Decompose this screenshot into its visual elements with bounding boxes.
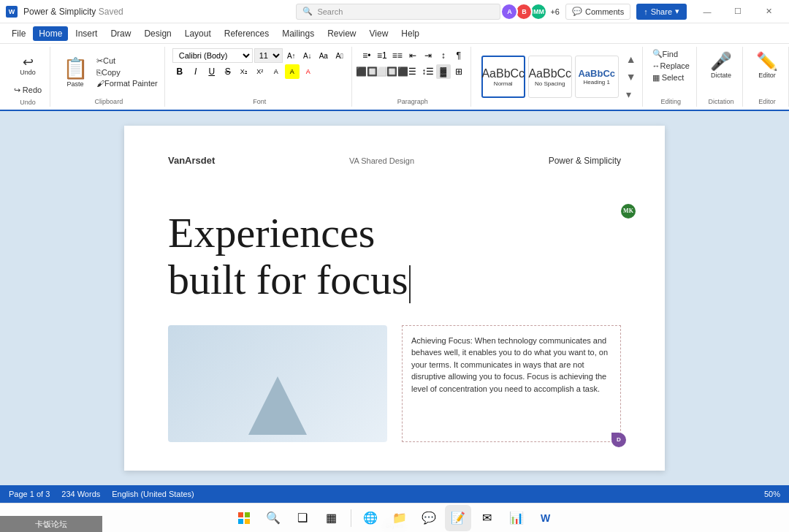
content-area: Achieving Focus: When technology communi… — [168, 325, 621, 442]
increase-font-button[interactable]: A↑ — [284, 48, 299, 63]
excel-button[interactable]: 📊 — [503, 505, 530, 531]
styles-expand[interactable]: ▾ — [625, 87, 638, 102]
document-title: Power & Simplicity Saved — [23, 7, 296, 17]
increase-indent-button[interactable]: ⇥ — [421, 48, 435, 63]
ribbon-font-group: Calibri (Body) 11 A↑ A↓ Aa A⃥ B I U S X₂… — [168, 47, 352, 107]
doc-title-right: Power & Simplicity — [549, 156, 621, 166]
style-normal[interactable]: AaBbCc Normal — [481, 56, 525, 98]
doc-subtitle: VA Shared Design — [349, 156, 414, 165]
style-no-spacing[interactable]: AaBbCc No Spacing — [528, 56, 572, 98]
numbering-button[interactable]: ≡1 — [375, 48, 389, 63]
taskbar-divider — [351, 509, 351, 527]
editor-button[interactable]: ✏️ Editor — [750, 48, 784, 82]
menu-draw[interactable]: Draw — [104, 26, 137, 41]
align-right-button[interactable]: 🔲⬛ — [390, 64, 405, 79]
app-icon: W — [6, 6, 18, 18]
body-text-box[interactable]: Achieving Focus: When technology communi… — [402, 325, 621, 442]
menu-bar: File Home Insert Draw Design Layout Refe… — [0, 23, 789, 44]
menu-help[interactable]: Help — [395, 26, 425, 41]
copy-button[interactable]: ⎘ Copy — [94, 67, 160, 77]
styles-scroll-up[interactable]: ▲ — [625, 52, 638, 66]
main-title[interactable]: Experiencesbuilt for focus MK — [168, 210, 621, 303]
line-spacing-button[interactable]: ↕☰ — [421, 64, 435, 79]
style-heading1[interactable]: AaBbCc Heading 1 — [575, 56, 619, 98]
menu-layout[interactable]: Layout — [179, 26, 217, 41]
strikethrough-button[interactable]: S — [221, 64, 235, 79]
subscript-button[interactable]: X₂ — [237, 64, 251, 79]
highlight-button[interactable]: A — [285, 64, 300, 79]
undo-button[interactable]: ↩ Undo — [10, 48, 45, 83]
font-color-button[interactable]: A — [301, 64, 316, 79]
explorer-button[interactable]: 📁 — [386, 505, 413, 531]
svg-rect-2 — [238, 519, 243, 524]
title-bar: W Power & Simplicity Saved 🔍 Search A B … — [0, 0, 789, 23]
right-section: A B MM +6 💬 Comments ↑ Share ▾ — [500, 3, 687, 20]
chat-button[interactable]: 💬 — [416, 505, 442, 531]
sort-button[interactable]: ↕ — [436, 48, 451, 63]
menu-insert[interactable]: Insert — [69, 26, 103, 41]
format-painter-button[interactable]: 🖌 Format Painter — [94, 78, 160, 88]
show-marks-button[interactable]: ¶ — [451, 48, 466, 63]
menu-design[interactable]: Design — [138, 26, 177, 41]
widgets-button[interactable]: ▦ — [319, 505, 345, 531]
find-button[interactable]: 🔍 Find — [650, 48, 692, 59]
document-header: VanArsdet VA Shared Design Power & Simpl… — [168, 155, 621, 166]
font-family-select[interactable]: Calibri (Body) — [172, 48, 253, 63]
search-icon: 🔍 — [302, 7, 313, 16]
edge-button[interactable]: 🌐 — [357, 505, 384, 531]
task-view-button[interactable]: ❑ — [289, 505, 316, 531]
close-button[interactable]: ✕ — [754, 1, 783, 22]
search-box[interactable]: 🔍 Search — [296, 4, 500, 20]
replace-button[interactable]: ↔ Replace — [650, 61, 692, 71]
svg-rect-1 — [245, 512, 250, 517]
ribbon-paragraph-group: ≡• ≡1 ≡≡ ⇤ ⇥ ↕ ¶ ⬛🔲 ⬜ 🔲⬛ ☰ ↕☰ ▓ ⊞ Paragr… — [355, 47, 471, 107]
word-count: 234 Words — [61, 490, 100, 498]
menu-review[interactable]: Review — [321, 26, 362, 41]
text-effects-button[interactable]: A — [269, 64, 283, 79]
cut-button[interactable]: ✂ Cut — [94, 56, 160, 66]
styles-scroll-down[interactable]: ▼ — [625, 69, 638, 84]
change-case-button[interactable]: Aa — [316, 48, 331, 63]
svg-rect-3 — [245, 519, 250, 524]
share-button[interactable]: ↑ Share ▾ — [636, 4, 687, 20]
comments-button[interactable]: 💬 Comments — [565, 4, 630, 20]
minimize-button[interactable]: — — [693, 1, 722, 22]
decrease-font-button[interactable]: A↓ — [300, 48, 315, 63]
cursor — [409, 265, 411, 303]
bold-button[interactable]: B — [172, 64, 187, 79]
underline-button[interactable]: U — [205, 64, 219, 79]
shading-button[interactable]: ▓ — [436, 64, 451, 79]
document-page: VanArsdet VA Shared Design Power & Simpl… — [124, 126, 665, 471]
document-area: VanArsdet VA Shared Design Power & Simpl… — [0, 111, 789, 485]
font-size-select[interactable]: 11 — [254, 48, 283, 63]
bullets-button[interactable]: ≡• — [359, 48, 374, 63]
justify-button[interactable]: ☰ — [405, 64, 420, 79]
maximize-button[interactable]: ☐ — [723, 1, 752, 22]
ribbon-dictate-group: 🎤 Dictate Dictation — [700, 47, 743, 107]
search-button[interactable]: 🔍 — [260, 505, 286, 531]
menu-references[interactable]: References — [218, 26, 275, 41]
italic-button[interactable]: I — [188, 64, 203, 79]
menu-file[interactable]: File — [6, 26, 31, 41]
start-button[interactable] — [231, 505, 257, 531]
multilevel-list-button[interactable]: ≡≡ — [390, 48, 405, 63]
notepad-button[interactable]: 📝 — [445, 505, 471, 531]
mail-button[interactable]: ✉ — [474, 505, 500, 531]
menu-home[interactable]: Home — [33, 26, 68, 41]
word-button[interactable]: W — [533, 505, 559, 531]
select-button[interactable]: ▦ Select — [650, 72, 692, 83]
superscript-button[interactable]: X² — [253, 64, 267, 79]
decrease-indent-button[interactable]: ⇤ — [405, 48, 420, 63]
align-left-button[interactable]: ⬛🔲 — [359, 64, 374, 79]
collaborator-count: +6 — [550, 7, 560, 16]
taskbar: 🔍 ❑ ▦ 🌐 📁 💬 📝 ✉ 📊 W — [0, 503, 789, 532]
clear-format-button[interactable]: A⃥ — [332, 48, 347, 63]
menu-view[interactable]: View — [364, 26, 394, 41]
paste-button[interactable]: 📋 Paste — [58, 48, 93, 95]
menu-mailings[interactable]: Mailings — [276, 26, 320, 41]
page-indicator: Page 1 of 3 — [9, 490, 50, 498]
dictate-button[interactable]: 🎤 Dictate — [704, 48, 738, 82]
borders-button[interactable]: ⊞ — [451, 64, 466, 79]
window-controls: — ☐ ✕ — [693, 1, 783, 22]
redo-button[interactable]: ↪ Redo — [12, 85, 44, 96]
